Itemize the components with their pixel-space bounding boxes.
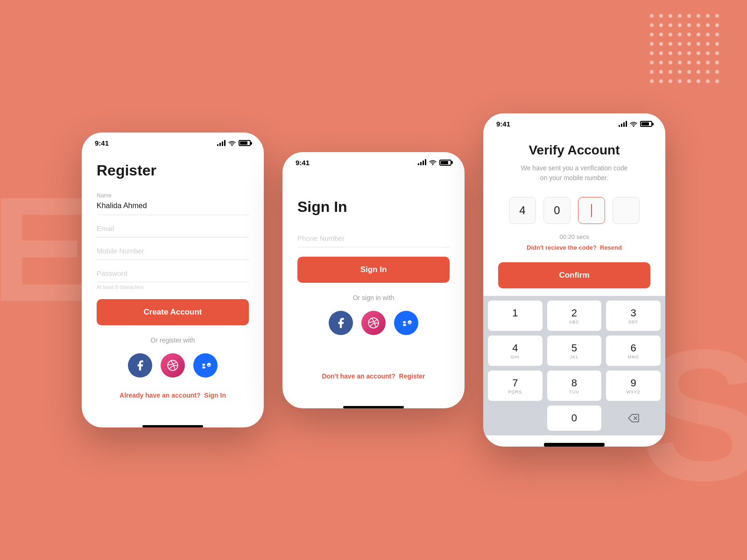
signal-icon-verify <box>619 121 627 127</box>
email-field[interactable]: Email <box>97 224 249 238</box>
otp-cursor <box>591 204 592 217</box>
numpad-0[interactable]: 0 <box>547 406 602 431</box>
confirm-button[interactable]: Confirm <box>498 262 650 288</box>
signal-icon <box>217 140 226 146</box>
wifi-icon <box>228 140 236 146</box>
name-value[interactable]: Khalida Ahmed <box>97 202 249 215</box>
time-verify: 9:41 <box>496 120 510 128</box>
screens-container: 9:41 Register Name Khalida Ahmed <box>82 113 665 447</box>
behance-register-button[interactable] <box>193 353 218 378</box>
status-icons-register <box>217 140 251 146</box>
battery-icon <box>239 140 251 146</box>
register-signin-link[interactable]: Sign In <box>204 392 226 399</box>
register-screen: 9:41 Register Name Khalida Ahmed <box>82 133 264 427</box>
phone-field[interactable]: Phone Number <box>297 234 450 247</box>
verify-title: Verify Account <box>498 143 650 158</box>
otp-box-4[interactable] <box>613 197 640 224</box>
behance-signin-button[interactable] <box>394 311 418 335</box>
name-label: Name <box>97 192 249 199</box>
time-signin: 9:41 <box>296 159 310 167</box>
signin-or-text: Or sign in with <box>297 294 450 301</box>
status-bar-register: 9:41 <box>82 133 264 151</box>
numpad-1[interactable]: 1 <box>488 301 543 331</box>
time-register: 9:41 <box>95 139 109 147</box>
signin-title: Sign In <box>297 198 450 216</box>
email-placeholder: Email <box>97 224 249 238</box>
resend-link[interactable]: Resend <box>600 244 622 251</box>
status-bar-signin: 9:41 <box>282 152 465 170</box>
register-title: Register <box>97 162 249 179</box>
status-icons-verify <box>619 121 652 127</box>
dots-decoration <box>650 14 719 83</box>
wifi-icon-signin <box>429 160 437 165</box>
numpad-9[interactable]: 9 WXYZ <box>606 371 661 401</box>
phone-placeholder: Phone Number <box>297 234 450 247</box>
wifi-icon-verify <box>630 121 637 127</box>
numpad-7[interactable]: 7 PQRS <box>488 371 543 401</box>
dribbble-signin-button[interactable] <box>361 311 386 335</box>
facebook-register-button[interactable] <box>128 353 152 378</box>
register-bottom-link: Already have an account? Sign In <box>97 392 249 399</box>
numpad-backspace[interactable] <box>606 406 661 431</box>
resend-text: Didn't recieve the code? Resend <box>498 244 650 251</box>
register-or-text: Or register with <box>97 336 249 344</box>
mobile-placeholder: Mobile Number <box>97 247 249 260</box>
password-placeholder: Password <box>97 269 249 282</box>
battery-icon-verify <box>640 121 652 127</box>
otp-box-1[interactable]: 4 <box>509 197 536 224</box>
signin-button[interactable]: Sign In <box>297 257 450 283</box>
facebook-signin-button[interactable] <box>329 311 353 335</box>
home-indicator-verify <box>544 443 605 447</box>
otp-box-2[interactable]: 0 <box>543 197 571 224</box>
dribbble-register-button[interactable] <box>161 353 185 378</box>
signin-screen: 9:41 Sign In Phone Number Sign In Or sig… <box>282 152 465 408</box>
numpad-8[interactable]: 8 TUV <box>547 371 602 401</box>
signin-bottom-link: Don't have an account? Register <box>297 372 450 380</box>
battery-icon-signin <box>439 160 451 166</box>
numpad-5[interactable]: 5 JKL <box>547 336 602 366</box>
numpad-6[interactable]: 6 MNO <box>606 336 661 366</box>
otp-inputs: 4 0 <box>498 197 650 224</box>
backspace-icon <box>628 414 639 422</box>
verify-subtitle: We have sent you a verification codeon y… <box>498 163 650 183</box>
verify-screen: 9:41 Verify Account We have sent you a v… <box>483 113 665 447</box>
name-field: Name Khalida Ahmed <box>97 192 249 215</box>
signin-register-link[interactable]: Register <box>399 372 425 380</box>
create-account-button[interactable]: Create Account <box>97 299 249 325</box>
timer-text: 00:20 secs <box>498 233 650 240</box>
numpad-3[interactable]: 3 DEF <box>606 301 661 331</box>
password-hint: At least 8 characters <box>97 284 249 290</box>
numpad: 1 2 ABC 3 DEF 4 GHI 5 JKL <box>488 301 661 401</box>
signal-icon-signin <box>418 160 426 165</box>
register-social-icons <box>97 353 249 378</box>
numpad-bottom-row: 0 <box>488 401 661 435</box>
status-bar-verify: 9:41 <box>483 113 665 132</box>
numpad-4[interactable]: 4 GHI <box>488 336 543 366</box>
numpad-2[interactable]: 2 ABC <box>547 301 602 331</box>
bg-text-left: E <box>0 163 81 335</box>
signin-social-icons <box>297 311 450 335</box>
mobile-field[interactable]: Mobile Number <box>97 247 249 260</box>
status-icons-signin <box>418 160 451 166</box>
password-field[interactable]: Password At least 8 characters <box>97 269 249 290</box>
home-indicator-signin <box>343 406 404 408</box>
home-indicator-register <box>142 425 203 427</box>
otp-box-3[interactable] <box>578 197 605 224</box>
numpad-empty <box>488 406 543 431</box>
